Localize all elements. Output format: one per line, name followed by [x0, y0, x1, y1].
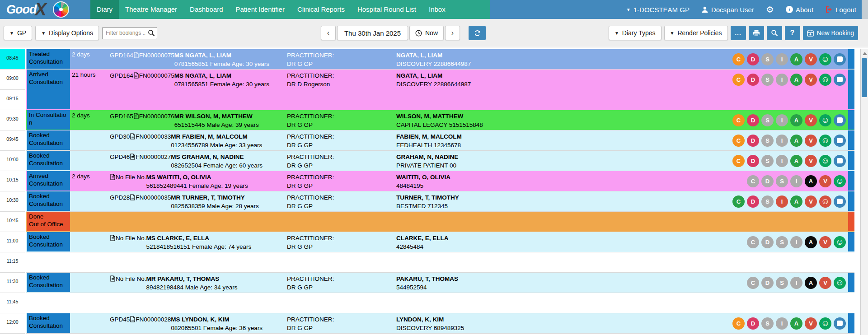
badge-c[interactable]: C [732, 53, 745, 65]
help-button[interactable]: ? [785, 26, 800, 40]
badge-a[interactable]: A [790, 155, 802, 167]
badge-d[interactable]: D [747, 317, 759, 330]
smiley-icon[interactable]: ☺ [819, 155, 831, 167]
scrollbar-thumb[interactable] [862, 58, 867, 97]
next-day-button[interactable]: › [445, 26, 460, 40]
note-icon[interactable] [834, 114, 846, 126]
time-slot-10:30[interactable]: 10:30 [0, 191, 25, 212]
smiley-icon[interactable]: ☺ [834, 277, 846, 289]
badge-d[interactable]: D [747, 195, 759, 208]
badge-s[interactable]: S [761, 195, 774, 208]
nav-item-dashboard[interactable]: Dashboard [183, 0, 229, 19]
time-slot-09:15[interactable]: 09:15 [0, 90, 25, 110]
time-slot-09:30[interactable]: 09:30 [0, 110, 25, 130]
badge-a[interactable]: A [805, 236, 817, 248]
smiley-icon[interactable]: ☺ [819, 195, 831, 208]
time-slot-11:00[interactable]: 11:00 [0, 232, 25, 252]
nav-item-inbox[interactable]: Inbox [422, 0, 452, 19]
badge-c[interactable]: C [732, 195, 745, 208]
badge-c[interactable]: C [732, 114, 745, 126]
booking-row[interactable]: BookedConsultation No File No.MR PAKARU,… [26, 273, 854, 293]
badge-s[interactable]: S [776, 277, 788, 289]
smiley-icon[interactable]: ☺ [819, 114, 831, 126]
badge-i[interactable]: I [790, 277, 802, 289]
note-icon[interactable] [834, 135, 846, 147]
badge-a[interactable]: A [790, 195, 802, 208]
badge-d[interactable]: D [747, 74, 759, 86]
badge-v[interactable]: V [805, 195, 817, 208]
badge-c[interactable]: C [732, 317, 745, 330]
smiley-icon[interactable]: ☺ [819, 317, 831, 330]
badge-v[interactable]: V [819, 277, 831, 289]
badge-c[interactable]: C [732, 155, 745, 167]
badge-i[interactable]: I [790, 175, 802, 187]
booking-row[interactable]: BookedConsultation GPD30FN00000033MR FAB… [26, 130, 854, 150]
time-slot-09:45[interactable]: 09:45 [0, 130, 25, 151]
note-icon[interactable] [834, 195, 846, 208]
more-actions-button[interactable]: ... [731, 26, 746, 40]
render-policies-dropdown[interactable]: ▼ Render Policies [664, 26, 728, 40]
booking-row[interactable]: BookedConsultation GPD45FN00000028MS LYN… [26, 313, 854, 333]
display-options-dropdown[interactable]: ▼ Display Options [35, 26, 99, 40]
badge-a[interactable]: A [790, 53, 802, 65]
vertical-scrollbar[interactable] [860, 49, 868, 335]
badge-i[interactable]: I [790, 236, 802, 248]
prev-day-button[interactable]: ‹ [321, 26, 336, 40]
badge-s[interactable]: S [761, 114, 774, 126]
badge-v[interactable]: V [805, 53, 817, 65]
smiley-icon[interactable]: ☺ [819, 53, 831, 65]
new-booking-button[interactable]: New Booking [803, 26, 859, 40]
badge-i[interactable]: I [776, 135, 788, 147]
time-slot-11:15[interactable]: 11:15 [0, 252, 25, 273]
time-slot-10:00[interactable]: 10:00 [0, 151, 25, 171]
badge-s[interactable]: S [761, 155, 774, 167]
time-slot-08:45[interactable]: 08:45 [0, 49, 25, 70]
settings-button[interactable]: ⚙ [766, 4, 774, 15]
badge-i[interactable]: I [776, 114, 788, 126]
booking-row[interactable]: BookedConsultation GPD28FN00000035MR TUR… [26, 191, 854, 211]
nav-item-patient-identifier[interactable]: Patient Identifier [229, 0, 291, 19]
badge-d[interactable]: D [761, 236, 774, 248]
time-slot-12:00[interactable]: 12:00 [0, 313, 25, 334]
badge-i[interactable]: I [776, 53, 788, 65]
badge-i[interactable]: I [776, 195, 788, 208]
time-slot-10:15[interactable]: 10:15 [0, 171, 25, 191]
logout-button[interactable]: Logout [825, 6, 856, 14]
badge-d[interactable]: D [747, 53, 759, 65]
badge-v[interactable]: V [805, 114, 817, 126]
smiley-icon[interactable]: ☺ [819, 135, 831, 147]
diary-types-dropdown[interactable]: ▼ Diary Types [609, 26, 662, 40]
time-slot-11:45[interactable]: 11:45 [0, 293, 25, 313]
note-icon[interactable] [834, 155, 846, 167]
refresh-button[interactable] [469, 26, 486, 40]
booking-row[interactable]: ArrivedConsultation 2 days No File No.MS… [26, 171, 854, 191]
badge-v[interactable]: V [805, 317, 817, 330]
print-button[interactable] [749, 26, 764, 40]
about-button[interactable]: i About [786, 6, 813, 14]
badge-v[interactable]: V [819, 236, 831, 248]
gp-dropdown[interactable]: ▼ GP [4, 26, 32, 40]
nav-item-diary[interactable]: Diary [90, 0, 119, 19]
badge-v[interactable]: V [819, 175, 831, 187]
badge-s[interactable]: S [761, 53, 774, 65]
nav-item-clinical-reports[interactable]: Clinical Reports [291, 0, 351, 19]
badge-a[interactable]: A [790, 317, 802, 330]
badge-d[interactable]: D [761, 277, 774, 289]
time-slot-10:45[interactable]: 10:45 [0, 212, 25, 232]
badge-v[interactable]: V [805, 135, 817, 147]
badge-i[interactable]: I [776, 74, 788, 86]
time-slot-09:00[interactable]: 09:00 [0, 70, 25, 90]
search-button[interactable] [767, 26, 782, 40]
badge-c[interactable]: C [747, 175, 759, 187]
badge-c[interactable]: C [732, 74, 745, 86]
booking-row[interactable]: TreatedConsultation 2 days GPD164FN00000… [26, 49, 854, 69]
note-icon[interactable] [834, 53, 846, 65]
badge-v[interactable]: V [805, 155, 817, 167]
date-picker[interactable]: Thu 30th Jan 2025 [337, 26, 408, 40]
nav-item-theatre-manager[interactable]: Theatre Manager [119, 0, 183, 19]
badge-a[interactable]: A [805, 277, 817, 289]
nav-item-hospital-round-list[interactable]: Hospital Round List [351, 0, 422, 19]
badge-s[interactable]: S [761, 317, 774, 330]
search-icon[interactable] [148, 29, 155, 37]
badge-d[interactable]: D [747, 114, 759, 126]
